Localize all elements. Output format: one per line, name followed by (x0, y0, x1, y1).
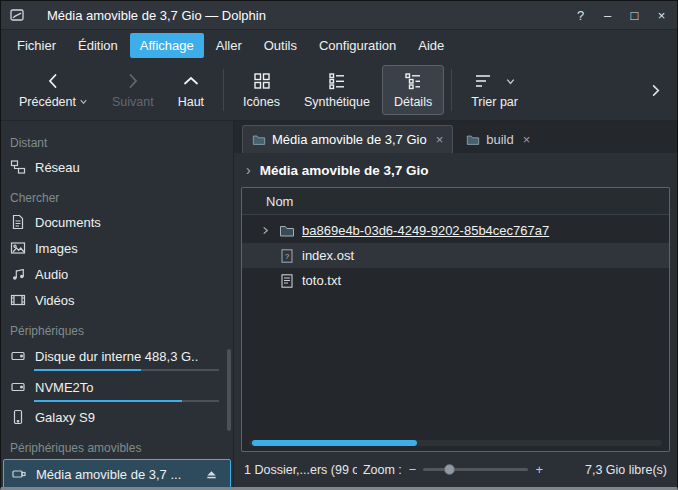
main-toolbar: Précédent Suivant Haut Icônes (1, 60, 677, 121)
column-header-nom[interactable]: Nom (242, 188, 669, 215)
sidebar-item-label: Documents (35, 215, 101, 230)
sort-by-button[interactable]: Trier par (459, 65, 530, 115)
help-button[interactable]: ? (567, 2, 594, 28)
details-view-label: Détails (394, 95, 432, 109)
zoom-slider[interactable] (423, 468, 528, 471)
maximize-button[interactable]: □ (621, 2, 648, 28)
video-icon (10, 292, 26, 308)
unknown-file-icon: ? (279, 248, 295, 264)
window-title: Média amovible de 3,7 Gio — Dolphin (47, 8, 567, 23)
back-button[interactable]: Précédent (7, 65, 100, 115)
close-button[interactable]: × (648, 2, 675, 28)
sidebar-item-nvme2to[interactable]: NVME2To (1, 373, 233, 404)
tab-close-icon[interactable]: × (523, 132, 531, 147)
file-row-index-ost[interactable]: ? index.ost (242, 243, 669, 268)
sidebar-item-documents[interactable]: Documents (1, 209, 233, 235)
expand-arrow-icon[interactable] (258, 226, 272, 235)
disk-usage-bar (37, 487, 216, 489)
sidebar-item-images[interactable]: Images (1, 235, 233, 261)
file-name[interactable]: ba869e4b-03d6-4249-9202-85b4cec767a7 (302, 223, 549, 238)
sidebar-item-audio[interactable]: Audio (1, 261, 233, 287)
zoom-label: Zoom : (363, 463, 402, 477)
sidebar-item-label: NVME2To (35, 380, 94, 395)
breadcrumb: › Média amovible de 3,7 Gio (234, 153, 677, 187)
toolbar-separator (223, 69, 224, 111)
chevron-left-icon (43, 71, 63, 91)
tab-label: build (486, 132, 513, 147)
menu-aller[interactable]: Aller (206, 33, 252, 58)
breadcrumb-chevron-icon[interactable]: › (246, 162, 251, 178)
disk-usage-bar (34, 369, 219, 371)
sidebar-item-label: Vidéos (35, 293, 75, 308)
compact-view-label: Synthétique (304, 95, 370, 109)
hard-drive-icon (10, 379, 26, 395)
scrollbar-handle[interactable] (252, 440, 417, 446)
smartphone-icon (10, 409, 26, 425)
menubar: Fichier Édition Affichage Aller Outils C… (1, 30, 677, 60)
icons-view-icon (252, 71, 272, 91)
sidebar-item-media-amovible[interactable]: Média amovible de 3,7 ... (3, 459, 231, 490)
forward-button[interactable]: Suivant (100, 65, 166, 115)
file-name[interactable]: toto.txt (302, 273, 341, 288)
eject-icon[interactable] (205, 468, 218, 481)
tab-media-amovible[interactable]: Média amovible de 3,7 Gio × (242, 125, 453, 153)
places-section-amovibles: Périphériques amovibles (1, 430, 233, 459)
compact-view-button[interactable]: Synthétique (292, 65, 382, 115)
sidebar-item-label: Audio (35, 267, 68, 282)
toolbar-separator (451, 69, 452, 111)
places-section-peripheriques: Périphériques (1, 313, 233, 342)
sidebar-item-label: Disque dur interne 488,3 G.. (35, 349, 198, 364)
menu-edition[interactable]: Édition (68, 33, 128, 58)
tab-bar: Média amovible de 3,7 Gio × build × (234, 121, 677, 153)
sidebar-item-videos[interactable]: Vidéos (1, 287, 233, 313)
sidebar-item-label: Média amovible de 3,7 ... (36, 467, 181, 482)
menu-aide[interactable]: Aide (408, 33, 454, 58)
horizontal-scrollbar[interactable] (249, 440, 662, 446)
history-dropdown-icon[interactable] (79, 97, 88, 106)
back-label: Précédent (19, 95, 76, 109)
titlebar[interactable]: Média amovible de 3,7 Gio — Dolphin ? – … (1, 1, 677, 30)
zoom-out-icon[interactable]: − (409, 462, 417, 477)
sidebar-scrollbar[interactable] (227, 349, 231, 431)
sidebar-item-label: Images (35, 241, 78, 256)
sidebar-item-label: Galaxy S9 (35, 410, 95, 425)
free-space-label: 7,3 Gio libre(s) (559, 463, 667, 477)
svg-text:?: ? (285, 252, 290, 261)
usb-drive-icon (11, 466, 27, 482)
icons-view-button[interactable]: Icônes (231, 65, 292, 115)
zoom-in-icon[interactable]: + (535, 462, 543, 477)
minimize-button[interactable]: – (594, 2, 621, 28)
tab-build[interactable]: build × (456, 125, 540, 153)
file-name[interactable]: index.ost (302, 248, 354, 263)
details-view-button[interactable]: Détails (382, 65, 444, 115)
document-icon (10, 214, 26, 230)
disk-usage-bar (34, 400, 219, 402)
file-row-toto-txt[interactable]: toto.txt (242, 268, 669, 293)
image-icon (10, 240, 26, 256)
app-icon (9, 7, 25, 23)
sort-dropdown-icon[interactable] (505, 76, 516, 87)
text-file-icon (279, 273, 295, 289)
menu-configuration[interactable]: Configuration (309, 33, 406, 58)
places-panel: Distant Réseau Chercher Documents Images (1, 121, 234, 487)
sidebar-item-reseau[interactable]: Réseau (1, 154, 233, 180)
menu-affichage[interactable]: Affichage (130, 33, 204, 58)
forward-label: Suivant (112, 95, 154, 109)
toolbar-overflow-button[interactable] (640, 83, 671, 98)
sort-icon (473, 71, 493, 91)
folder-icon (252, 133, 266, 147)
menu-fichier[interactable]: Fichier (7, 33, 66, 58)
up-button[interactable]: Haut (166, 65, 216, 115)
menu-outils[interactable]: Outils (254, 33, 307, 58)
content-area: Média amovible de 3,7 Gio × build × › Mé… (234, 121, 677, 487)
up-label: Haut (178, 95, 204, 109)
file-row-folder[interactable]: ba869e4b-03d6-4249-9202-85b4cec767a7 (242, 218, 669, 243)
zoom-slider-handle[interactable] (444, 464, 455, 475)
sidebar-item-label: Réseau (35, 160, 80, 175)
network-icon (10, 159, 26, 175)
sidebar-item-galaxy-s9[interactable]: Galaxy S9 (1, 404, 233, 430)
tab-close-icon[interactable]: × (436, 132, 444, 147)
sidebar-item-disque-dur-interne[interactable]: Disque dur interne 488,3 G.. (1, 342, 233, 373)
dolphin-window: Média amovible de 3,7 Gio — Dolphin ? – … (0, 0, 678, 490)
breadcrumb-location[interactable]: Média amovible de 3,7 Gio (260, 163, 429, 178)
